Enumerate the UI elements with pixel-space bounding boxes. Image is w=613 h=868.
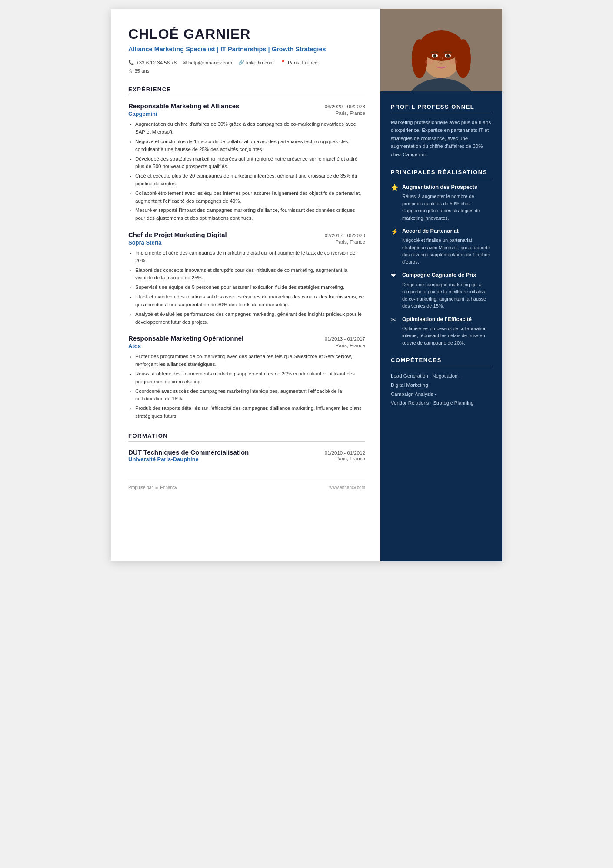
formation-section: FORMATION DUT Techniques de Commercialis… xyxy=(128,432,365,462)
heart-icon: ❤ xyxy=(391,271,399,279)
email-text: help@enhancv.com xyxy=(188,60,232,65)
footer: Propulsé par ∞ Enhancv www.enhancv.com xyxy=(128,480,365,491)
bullet-item: Supervisé une équipe de 5 personnes pour… xyxy=(135,284,365,292)
edu-dates-1: 01/2010 - 01/2012 xyxy=(325,450,365,456)
footer-logo: Propulsé par ∞ Enhancv xyxy=(128,485,177,491)
left-column: CHLOÉ GARNIER Alliance Marketing Special… xyxy=(111,9,380,561)
linkedin-contact: 🔗 linkedin.com xyxy=(238,60,274,65)
profil-text: Marketing professionnelle avec plus de 8… xyxy=(391,118,492,158)
footer-website: www.enhancv.com xyxy=(329,485,365,490)
propulse-label: Propulsé par xyxy=(128,485,153,490)
real-desc-2: Négocié et finalisé un partenariat strat… xyxy=(391,237,492,265)
exp-bullets-3: Piloter des programmes de co-marketing a… xyxy=(128,353,365,420)
exp-title-2: Chef de Projet Marketing Digital xyxy=(128,231,227,238)
profil-title: PROFIL PROFESSIONNEL xyxy=(391,104,492,113)
scissors-icon: ✂ xyxy=(391,316,399,324)
competences-line-4: Vendor Relations · Strategic Planning xyxy=(391,399,492,408)
bullet-item: Analyzé et évalué les performances des c… xyxy=(135,311,365,326)
bullet-item: Élaboré des concepts innovants et disrup… xyxy=(135,267,365,282)
exp-bullets-1: Augmentation du chiffre d'affaires de 30… xyxy=(128,121,365,222)
bullet-item: Implémenté et géré des campagnes de mark… xyxy=(135,249,365,265)
experience-section-title: EXPÉRIENCE xyxy=(128,86,365,95)
exp-sub-2: Sopra Steria Paris, France xyxy=(128,239,365,247)
real-desc-1: Réussi à augmenter le nombre de prospect… xyxy=(391,193,492,221)
bullet-item: Piloter des programmes de co-marketing a… xyxy=(135,353,365,369)
bullet-item: Établi et maintenu des relations solides… xyxy=(135,293,365,309)
svg-rect-7 xyxy=(420,48,463,52)
header: CHLOÉ GARNIER Alliance Marketing Special… xyxy=(128,26,365,74)
photo-area xyxy=(380,9,502,91)
real-desc-4: Optimisé les processus de collaboration … xyxy=(391,325,492,347)
svg-point-6 xyxy=(455,39,471,78)
edu-location-1: Paris, France xyxy=(336,456,365,462)
edu-header-1: DUT Techniques de Commercialisation 01/2… xyxy=(128,449,365,456)
bullet-item: Développé des stratégies marketing intég… xyxy=(135,155,365,171)
location-icon: 📍 xyxy=(280,60,286,65)
email-contact: ✉ help@enhancv.com xyxy=(183,60,232,65)
real-title-4: Optimisation de l'Efficacité xyxy=(402,316,472,323)
svg-point-14 xyxy=(425,59,434,64)
exp-location-3: Paris, France xyxy=(336,343,365,350)
exp-header-3: Responsable Marketing Opérationnel 01/20… xyxy=(128,335,365,342)
star-icon: ⭐ xyxy=(391,184,399,191)
edu-title-1: DUT Techniques de Commercialisation xyxy=(128,449,249,456)
exp-bullets-2: Implémenté et géré des campagnes de mark… xyxy=(128,249,365,326)
exp-location-1: Paris, France xyxy=(336,111,365,118)
exp-dates-3: 01/2013 - 01/2017 xyxy=(325,336,365,342)
realisation-item-2: ⚡ Accord de Partenariat Négocié et final… xyxy=(391,228,492,265)
phone-text: +33 6 12 34 56 78 xyxy=(136,60,177,65)
exp-company-3: Atos xyxy=(128,343,141,349)
svg-point-15 xyxy=(449,59,457,64)
bullet-item: Augmentation du chiffre d'affaires de 30… xyxy=(135,121,365,136)
exp-company-2: Sopra Steria xyxy=(128,239,162,246)
bullet-item: Produit des rapports détaillés sur l'eff… xyxy=(135,405,365,420)
edu-school-1: Université Paris-Dauphine xyxy=(128,456,199,462)
phone-contact: 📞 +33 6 12 34 56 78 xyxy=(128,60,177,65)
phone-icon: 📞 xyxy=(128,60,134,65)
email-icon: ✉ xyxy=(183,60,187,65)
linkedin-text: linkedin.com xyxy=(246,60,274,65)
enhancv-icon: ∞ xyxy=(155,485,159,491)
experience-item-3: Responsable Marketing Opérationnel 01/20… xyxy=(128,335,365,420)
location-contact: 📍 Paris, France xyxy=(280,60,317,65)
bullet-item: Négocié et conclu plus de 15 accords de … xyxy=(135,138,365,154)
experience-item-2: Chef de Projet Marketing Digital 02/2017… xyxy=(128,231,365,326)
competences-line-3: Campaign Analysis · xyxy=(391,390,492,399)
svg-point-13 xyxy=(448,55,449,57)
right-content: PROFIL PROFESSIONNEL Marketing professio… xyxy=(380,91,502,408)
candidate-title: Alliance Marketing Specialist | IT Partn… xyxy=(128,45,365,54)
exp-company-1: Capgemini xyxy=(128,111,157,117)
competences-text: Lead Generation · Negotiation · Digital … xyxy=(391,372,492,408)
star-icon: ☆ xyxy=(128,68,133,74)
formation-section-title: FORMATION xyxy=(128,432,365,442)
realisations-title: PRINCIPALES RÉALISATIONS xyxy=(391,169,492,178)
experience-section: EXPÉRIENCE Responsable Marketing et Alli… xyxy=(128,86,365,420)
real-title-1: Augmentation des Prospects xyxy=(402,184,477,191)
bullet-item: Collaboré étroitement avec les équipes i… xyxy=(135,190,365,205)
real-header-4: ✂ Optimisation de l'Efficacité xyxy=(391,316,492,324)
exp-dates-1: 06/2020 - 09/2023 xyxy=(325,104,365,109)
real-header-1: ⭐ Augmentation des Prospects xyxy=(391,184,492,191)
competences-line-2: Digital Marketing · xyxy=(391,381,492,390)
profile-photo xyxy=(380,9,502,91)
real-title-3: Campagne Gagnante de Prix xyxy=(402,271,476,278)
exp-location-2: Paris, France xyxy=(336,239,365,247)
education-item-1: DUT Techniques de Commercialisation 01/2… xyxy=(128,449,365,462)
exp-title-1: Responsable Marketing et Alliances xyxy=(128,102,239,110)
bullet-item: Mesuré et rapporté l'impact des campagne… xyxy=(135,207,365,222)
real-desc-3: Dirigé une campagne marketing qui a remp… xyxy=(391,281,492,310)
location-text: Paris, France xyxy=(288,60,317,65)
competences-title: COMPÉTENCES xyxy=(391,357,492,366)
exp-dates-2: 02/2017 - 05/2020 xyxy=(325,233,365,238)
resume-container: CHLOÉ GARNIER Alliance Marketing Special… xyxy=(111,9,502,561)
svg-point-12 xyxy=(435,55,436,57)
edu-sub-1: Université Paris-Dauphine Paris, France xyxy=(128,456,365,462)
exp-sub-3: Atos Paris, France xyxy=(128,343,365,350)
brand-name: Enhancv xyxy=(160,485,177,490)
bullet-item: Réussi à obtenir des financements market… xyxy=(135,370,365,386)
age-info: ☆ 35 ans xyxy=(128,68,365,74)
right-column: PROFIL PROFESSIONNEL Marketing professio… xyxy=(380,9,502,561)
lightning-icon: ⚡ xyxy=(391,228,399,235)
candidate-name: CHLOÉ GARNIER xyxy=(128,26,365,42)
real-header-3: ❤ Campagne Gagnante de Prix xyxy=(391,271,492,279)
